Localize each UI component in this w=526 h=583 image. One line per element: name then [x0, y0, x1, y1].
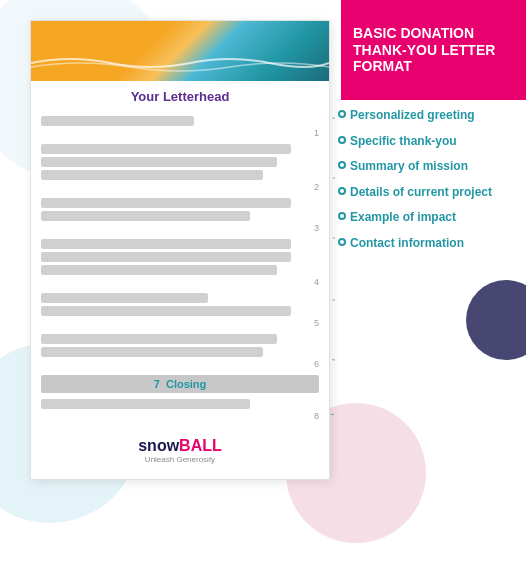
row-number-8: 8 — [314, 411, 319, 421]
row-number-2: 2 — [314, 182, 319, 192]
letter-row-8: 8 — [41, 399, 319, 421]
placeholder-bar — [41, 265, 277, 275]
logo-ball: BALL — [179, 437, 222, 454]
snowball-logo: snowBALL Unleash Generosity — [31, 427, 329, 469]
placeholder-bar — [41, 399, 250, 409]
placeholder-bar — [41, 252, 291, 262]
annotation-dot-1 — [338, 110, 346, 118]
row-5-content — [41, 293, 319, 316]
placeholder-bar — [41, 306, 291, 316]
closing-text: 7 Closing — [154, 378, 207, 390]
annotation-text-6: Contact information — [350, 236, 464, 252]
annotation-6: Contact information — [338, 236, 516, 252]
logo-snow: snow — [138, 437, 179, 454]
letter-row-5: 5 — [41, 293, 319, 328]
letter-row-3: 3 — [41, 198, 319, 233]
main-container: BASIC DONATION THANK-YOU LETTER FORMAT Y… — [0, 0, 526, 583]
annotation-5: Example of impact — [338, 210, 516, 226]
letter-area: Your Letterhead 1 2 3 — [30, 20, 330, 480]
row-number-1: 1 — [314, 128, 319, 138]
annotation-text-4: Details of current project — [350, 185, 492, 201]
placeholder-bar — [41, 239, 291, 249]
header-title: BASIC DONATION THANK-YOU LETTER FORMAT — [353, 25, 514, 75]
annotation-4: Details of current project — [338, 185, 516, 201]
annotation-dot-2 — [338, 136, 346, 144]
placeholder-bar — [41, 116, 194, 126]
annotation-dot-6 — [338, 238, 346, 246]
letter-row-2: 2 — [41, 144, 319, 192]
blob-mid-right — [466, 280, 526, 360]
placeholder-bar — [41, 198, 291, 208]
row-2-content — [41, 144, 319, 180]
annotation-text-5: Example of impact — [350, 210, 456, 226]
placeholder-bar — [41, 334, 277, 344]
placeholder-bar — [41, 347, 263, 357]
annotation-dot-4 — [338, 187, 346, 195]
annotations-panel: Personalized greeting Specific thank-you… — [338, 108, 516, 262]
row-4-content — [41, 239, 319, 275]
annotation-text-2: Specific thank-you — [350, 134, 457, 150]
annotation-1: Personalized greeting — [338, 108, 516, 124]
row-number-3: 3 — [314, 223, 319, 233]
row-1-content — [41, 116, 319, 126]
letter-row-1: 1 — [41, 116, 319, 138]
placeholder-bar — [41, 144, 291, 154]
annotation-text-3: Summary of mission — [350, 159, 468, 175]
row-3-content — [41, 198, 319, 221]
annotation-dot-5 — [338, 212, 346, 220]
annotation-2: Specific thank-you — [338, 134, 516, 150]
row-6-content — [41, 334, 319, 357]
logo-text: snowBALL — [138, 437, 222, 454]
row-number-4: 4 — [314, 277, 319, 287]
letter-row-7: 7 Closing — [41, 375, 319, 393]
header-banner: BASIC DONATION THANK-YOU LETTER FORMAT — [341, 0, 526, 100]
letterhead-title: Your Letterhead — [31, 81, 329, 110]
row-number-5: 5 — [314, 318, 319, 328]
row-7-content: 7 Closing — [41, 375, 319, 393]
closing-bar: 7 Closing — [41, 375, 319, 393]
row-8-content — [41, 399, 319, 409]
letter-row-6: 6 — [41, 334, 319, 369]
annotation-text-1: Personalized greeting — [350, 108, 475, 124]
annotation-dot-3 — [338, 161, 346, 169]
placeholder-bar — [41, 157, 277, 167]
logo-tagline: Unleash Generosity — [31, 455, 329, 464]
placeholder-bar — [41, 211, 250, 221]
annotation-3: Summary of mission — [338, 159, 516, 175]
placeholder-bar — [41, 170, 263, 180]
placeholder-bar — [41, 293, 208, 303]
letter-row-4: 4 — [41, 239, 319, 287]
row-number-6: 6 — [314, 359, 319, 369]
letter-header — [31, 21, 329, 81]
